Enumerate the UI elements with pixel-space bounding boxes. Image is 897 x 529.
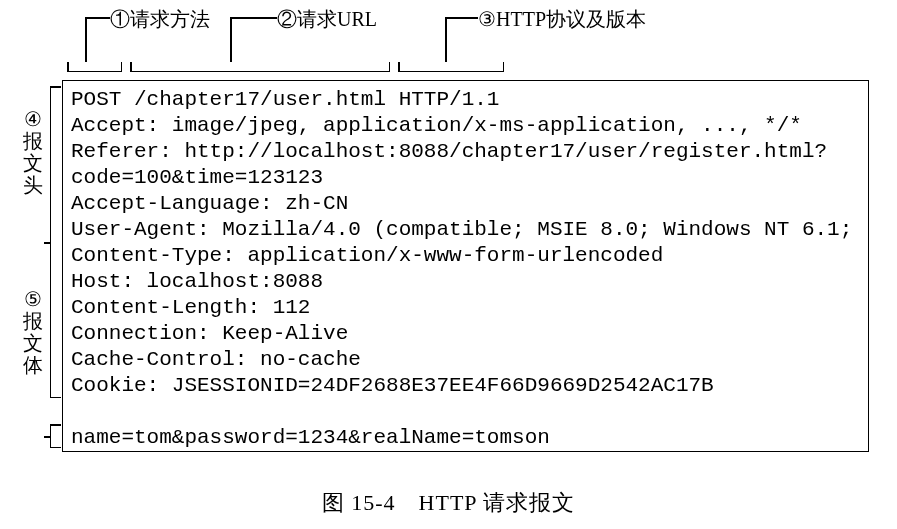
- connector-url-v: [230, 17, 232, 62]
- circled-num-4: ④: [22, 108, 44, 130]
- top-anno-url: ②请求URL: [277, 6, 377, 33]
- tick-headers: [44, 242, 50, 244]
- header-line: User-Agent: Mozilla/4.0 (compatible; MSI…: [71, 218, 852, 241]
- tick-body: [44, 436, 50, 438]
- label-char: 文: [22, 332, 44, 354]
- http-request-box: POST /chapter17/user.html HTTP/1.1 Accep…: [62, 80, 869, 452]
- label-char: 文: [22, 152, 44, 174]
- bracket-url: [130, 62, 390, 72]
- bracket-protocol: [398, 62, 504, 72]
- header-line: Cache-Control: no-cache: [71, 348, 361, 371]
- header-line: Content-Length: 112: [71, 296, 310, 319]
- connector-method-v: [85, 17, 87, 62]
- header-line: Accept: image/jpeg, application/x-ms-app…: [71, 114, 802, 137]
- http-request-diagram: ①请求方法 ②请求URL ③HTTP协议及版本 POST /chapter17/…: [0, 0, 897, 529]
- label-char: 报: [22, 310, 44, 332]
- connector-url: [230, 17, 277, 19]
- figure-caption: 图 15-4 HTTP 请求报文: [0, 488, 897, 518]
- bracket-headers: [50, 86, 60, 398]
- connector-method: [85, 17, 110, 19]
- connector-protocol-v: [445, 17, 447, 62]
- header-line: Cookie: JSESSIONID=24DF2688E37EE4F66D966…: [71, 374, 714, 397]
- header-line: Referer: http://localhost:8088/chapter17…: [71, 140, 827, 163]
- header-line: Content-Type: application/x-www-form-url…: [71, 244, 663, 267]
- bracket-method: [67, 62, 122, 72]
- label-char: 体: [22, 354, 44, 376]
- body-line: name=tom&password=1234&realName=tomson: [71, 426, 550, 449]
- label-char: 报: [22, 130, 44, 152]
- header-line: Accept-Language: zh-CN: [71, 192, 348, 215]
- bracket-body: [50, 424, 60, 448]
- header-line: Connection: Keep-Alive: [71, 322, 348, 345]
- header-line: Host: localhost:8088: [71, 270, 323, 293]
- left-label-header: ④ 报 文 头: [22, 108, 44, 196]
- connector-protocol: [445, 17, 478, 19]
- left-label-body: ⑤ 报 文 体: [22, 288, 44, 376]
- label-char: 头: [22, 174, 44, 196]
- circled-num-5: ⑤: [22, 288, 44, 310]
- header-line: code=100&time=123123: [71, 166, 323, 189]
- top-anno-protocol: ③HTTP协议及版本: [478, 6, 646, 33]
- top-anno-method: ①请求方法: [110, 6, 210, 33]
- request-line: POST /chapter17/user.html HTTP/1.1: [71, 88, 499, 111]
